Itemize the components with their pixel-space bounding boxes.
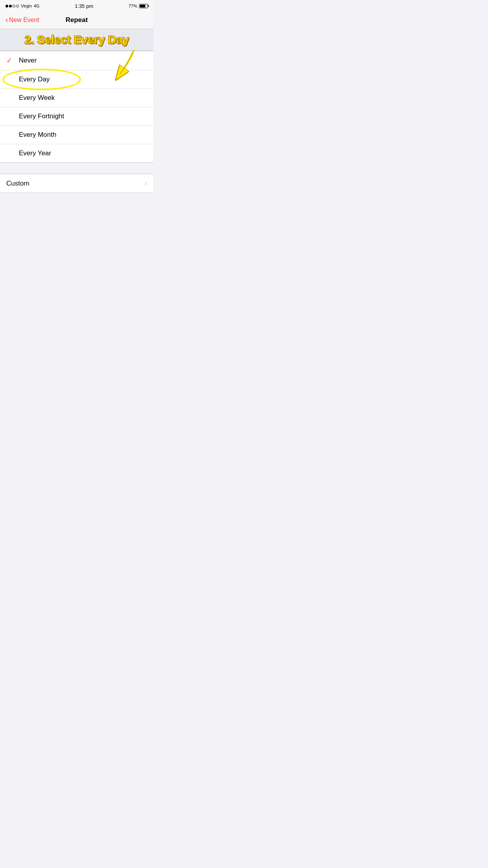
repeat-option-label: Every Month [6,131,147,139]
battery-fill [140,5,145,7]
back-chevron-icon: ‹ [6,16,8,24]
carrier-label: Virgin [21,4,32,8]
repeat-option-label: Every Week [6,94,147,102]
signal-dot-3 [13,5,15,7]
signal-dot-1 [6,5,8,7]
signal-indicator [6,5,19,7]
repeat-option-custom[interactable]: Custom › [0,174,153,193]
chevron-right-icon: › [145,179,147,188]
instruction-banner: 2. Select Every Day [0,29,153,51]
battery-indicator [139,4,148,8]
repeat-option-every-day[interactable]: Every Day [0,70,153,89]
bottom-empty-area [0,193,153,311]
network-label: 4G [34,4,40,8]
back-button[interactable]: ‹ New Event [6,16,39,24]
repeat-option-every-month[interactable]: Every Month [0,126,153,144]
signal-dot-2 [9,5,12,7]
custom-option-label: Custom [6,180,145,188]
back-label: New Event [9,17,39,24]
repeat-option-every-week[interactable]: Every Week [0,89,153,107]
group-spacer [0,163,153,174]
custom-group: Custom › [0,174,153,193]
annotation-arrow [102,49,141,80]
navigation-bar: ‹ New Event Repeat [0,11,153,29]
instruction-text: 2. Select Every Day [6,33,148,46]
time-display: 1:35 pm [75,3,93,9]
repeat-option-every-year[interactable]: Every Year [0,144,153,162]
status-bar: Virgin 4G 1:35 pm 77% [0,0,153,11]
battery-percent-label: 77% [128,4,137,8]
status-left: Virgin 4G [6,4,40,8]
repeat-option-label: Every Year [6,149,147,157]
repeat-option-label: Every Fortnight [6,112,147,120]
signal-dot-4 [16,5,19,7]
repeat-options-list: ✓ Never Every Day Every Week [0,51,153,163]
status-right: 77% [128,4,148,8]
repeat-option-every-fortnight[interactable]: Every Fortnight [0,107,153,126]
checkmark-icon: ✓ [6,56,13,65]
page-title: Repeat [66,16,88,24]
battery-icon [139,4,148,8]
